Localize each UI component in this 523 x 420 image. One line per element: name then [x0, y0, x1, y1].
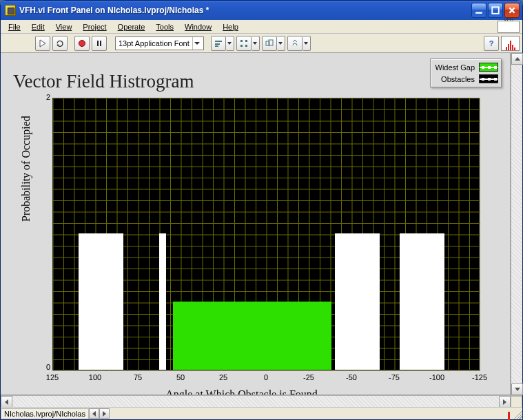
legend-label: Widest Gap — [433, 63, 475, 72]
run-continuous-button[interactable] — [52, 36, 68, 51]
svg-rect-3 — [97, 41, 99, 46]
menu-tools[interactable]: Tools — [151, 22, 178, 32]
project-path: NIcholas.lvproj/NIcholas — [4, 410, 85, 418]
x-tick: -125 — [472, 373, 487, 381]
context-help-button[interactable]: ? — [484, 36, 499, 51]
menu-edit[interactable]: Edit — [27, 22, 50, 32]
graph-palette-icon[interactable] — [501, 36, 520, 51]
obstacle-bar — [335, 233, 379, 370]
y-axis-ticks: 2 0 — [42, 93, 52, 374]
x-axis-label: Angle at Which Obstacle is Found — [1, 388, 482, 395]
svg-rect-4 — [100, 41, 101, 46]
front-panel-canvas[interactable]: Widest Gap Obstacles Vector Field Histro… — [1, 53, 511, 395]
scroll-down-button[interactable] — [511, 384, 523, 395]
x-axis-ticks: 125 100 75 50 25 0 -25 -50 -75 -100 -125 — [52, 373, 480, 383]
scroll-right-button[interactable] — [499, 396, 511, 408]
x-tick: 125 — [46, 373, 59, 381]
x-tick: -50 — [346, 373, 357, 381]
vi-indicator-icon[interactable]: VFH — [498, 21, 520, 33]
x-tick: 0 — [264, 373, 268, 381]
legend-row-obstacles[interactable]: Obstacles — [433, 73, 498, 85]
x-tick: -25 — [303, 373, 314, 381]
legend-swatch-green — [479, 63, 498, 72]
x-tick: 100 — [89, 373, 101, 381]
legend-label: Obstacles — [433, 75, 475, 83]
vertical-scrollbar[interactable] — [511, 53, 522, 395]
vi-icon — [5, 5, 16, 16]
minimize-button[interactable] — [471, 3, 486, 18]
x-tick: -75 — [389, 373, 400, 381]
svg-rect-1 — [492, 7, 499, 14]
scroll-left-button[interactable] — [1, 396, 12, 408]
x-tick: 75 — [134, 373, 142, 381]
titlebar[interactable]: VFH.vi Front Panel on NIcholas.lvproj/NI… — [1, 1, 522, 20]
pause-button[interactable] — [92, 36, 107, 51]
menu-project[interactable]: Project — [78, 22, 111, 32]
nav-prev-button[interactable] — [89, 408, 99, 419]
svg-rect-5 — [215, 41, 222, 42]
menubar: File Edit View Project Operate Tools Win… — [1, 20, 522, 34]
body-area: Widest Gap Obstacles Vector Field Histro… — [1, 53, 522, 395]
y-axis-label: Probability of Occupied — [20, 116, 32, 222]
svg-rect-8 — [240, 40, 243, 42]
menu-operate[interactable]: Operate — [113, 22, 150, 32]
run-button[interactable] — [35, 36, 50, 51]
svg-rect-6 — [215, 43, 220, 45]
svg-rect-7 — [215, 45, 218, 47]
scroll-track[interactable] — [12, 396, 499, 407]
y-tick: 0 — [46, 363, 50, 371]
bar-layer — [53, 98, 479, 370]
histogram-plot[interactable] — [52, 98, 480, 370]
reorder-button[interactable] — [287, 36, 311, 51]
nav-next-button[interactable] — [99, 408, 110, 419]
svg-rect-11 — [245, 45, 247, 47]
menu-help[interactable]: Help — [218, 22, 243, 32]
obstacle-bar — [400, 233, 444, 370]
align-objects-button[interactable] — [211, 36, 234, 51]
legend-row-widest-gap[interactable]: Widest Gap — [433, 61, 498, 73]
scroll-track[interactable] — [511, 65, 522, 384]
svg-rect-0 — [475, 12, 482, 13]
scroll-up-button[interactable] — [511, 53, 523, 65]
x-tick: 25 — [219, 373, 227, 381]
maximize-button[interactable] — [488, 3, 503, 18]
app-window: VFH.vi Front Panel on NIcholas.lvproj/NI… — [0, 0, 523, 420]
window-title: VFH.vi Front Panel on NIcholas.lvproj/NI… — [19, 6, 471, 15]
close-button[interactable] — [504, 3, 520, 18]
widest-gap-bar — [173, 302, 332, 370]
project-path-cell[interactable]: NIcholas.lvproj/NIcholas — [1, 408, 89, 419]
resize-objects-button[interactable] — [262, 36, 285, 51]
chart-legend[interactable]: Widest Gap Obstacles — [430, 59, 502, 87]
distribute-objects-button[interactable] — [236, 36, 260, 51]
chart-title: Vector Field Histrogram — [13, 71, 194, 92]
obstacle-bar — [159, 233, 166, 370]
obstacle-bar — [79, 233, 123, 370]
scroll-corner — [511, 396, 522, 408]
font-label: 13pt Application Font — [119, 39, 189, 48]
svg-rect-10 — [240, 45, 243, 47]
toolbar: 13pt Application Font ? — [1, 34, 522, 53]
y-tick: 2 — [46, 93, 50, 101]
svg-point-2 — [79, 40, 85, 46]
chevron-down-icon — [192, 37, 202, 50]
menu-view[interactable]: View — [51, 22, 77, 32]
menu-file[interactable]: File — [3, 22, 25, 32]
abort-button[interactable] — [74, 36, 90, 51]
svg-rect-9 — [245, 40, 247, 42]
font-selector[interactable]: 13pt Application Font — [115, 36, 204, 50]
x-tick: -100 — [429, 373, 444, 381]
horizontal-scrollbar[interactable] — [1, 395, 522, 407]
legend-swatch-black — [479, 74, 498, 83]
resize-grip[interactable] — [511, 408, 522, 419]
x-tick: 50 — [176, 373, 185, 381]
menu-window[interactable]: Window — [180, 22, 216, 32]
statusbar: NIcholas.lvproj/NIcholas — [1, 407, 522, 419]
